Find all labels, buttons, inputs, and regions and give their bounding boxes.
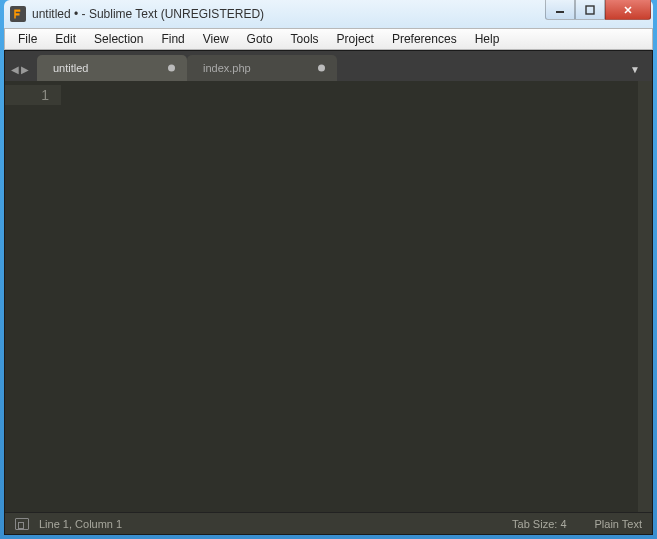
window-title: untitled • - Sublime Text (UNREGISTERED) — [32, 7, 545, 21]
menu-preferences[interactable]: Preferences — [383, 30, 466, 48]
syntax-indicator[interactable]: Plain Text — [595, 518, 643, 530]
menu-find[interactable]: Find — [152, 30, 193, 48]
editor-body: 1 — [5, 81, 652, 512]
menu-view[interactable]: View — [194, 30, 238, 48]
editor-shell: ◀ ▶ untitled index.php ▼ 1 — [4, 50, 653, 535]
code-area[interactable] — [61, 81, 652, 512]
minimize-button[interactable] — [545, 0, 575, 20]
menu-selection[interactable]: Selection — [85, 30, 152, 48]
tab-forward-icon[interactable]: ▶ — [21, 64, 29, 75]
menu-tools[interactable]: Tools — [282, 30, 328, 48]
dirty-indicator-icon — [318, 65, 325, 72]
titlebar[interactable]: untitled • - Sublime Text (UNREGISTERED) — [4, 0, 653, 28]
application-window: untitled • - Sublime Text (UNREGISTERED)… — [4, 0, 653, 535]
svg-rect-1 — [586, 6, 594, 14]
tab-index-php[interactable]: index.php — [187, 55, 337, 81]
tab-size-indicator[interactable]: Tab Size: 4 — [512, 518, 566, 530]
line-number-gutter: 1 — [5, 81, 61, 512]
close-button[interactable] — [605, 0, 651, 20]
panel-switcher-icon[interactable] — [15, 518, 29, 530]
window-controls — [545, 0, 651, 20]
svg-rect-0 — [556, 11, 564, 13]
maximize-button[interactable] — [575, 0, 605, 20]
tab-label: index.php — [203, 62, 251, 74]
menu-goto[interactable]: Goto — [238, 30, 282, 48]
menu-file[interactable]: File — [9, 30, 46, 48]
tab-history-nav: ◀ ▶ — [11, 64, 29, 81]
tabbar: ◀ ▶ untitled index.php ▼ — [5, 51, 652, 81]
tab-back-icon[interactable]: ◀ — [11, 64, 19, 75]
tab-label: untitled — [53, 62, 88, 74]
tab-untitled[interactable]: untitled — [37, 55, 187, 81]
vertical-scrollbar[interactable] — [638, 81, 652, 512]
dirty-indicator-icon — [168, 65, 175, 72]
app-icon — [10, 6, 26, 22]
tab-overflow-icon[interactable]: ▼ — [630, 64, 646, 81]
menu-edit[interactable]: Edit — [46, 30, 85, 48]
menubar: File Edit Selection Find View Goto Tools… — [4, 28, 653, 50]
line-number: 1 — [5, 85, 61, 105]
menu-help[interactable]: Help — [466, 30, 509, 48]
menu-project[interactable]: Project — [328, 30, 383, 48]
statusbar: Line 1, Column 1 Tab Size: 4 Plain Text — [5, 512, 652, 534]
cursor-position[interactable]: Line 1, Column 1 — [39, 518, 122, 530]
